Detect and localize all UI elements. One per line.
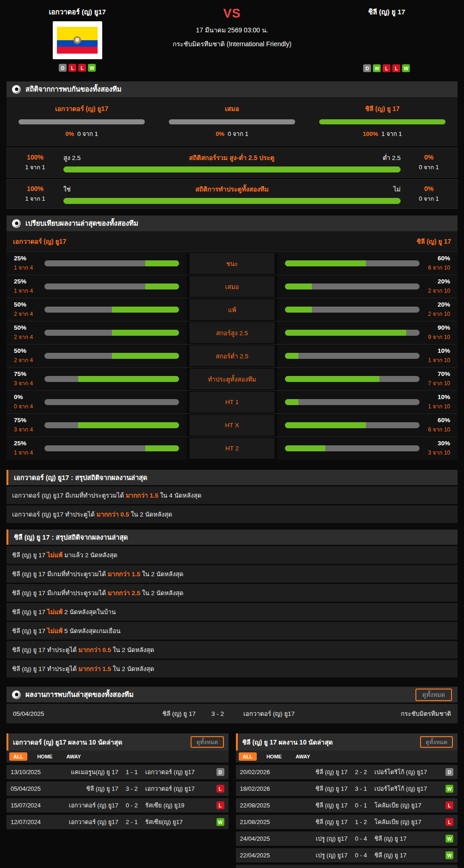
count-value: 1 จาก 1 xyxy=(381,130,402,137)
away-team: เอกวาดอร์ (ญ) ยู17 xyxy=(240,708,401,719)
match-row[interactable]: 21/08/2025 ชิลี (ญ) ยู 17 1 - 2 โคลัมเบี… xyxy=(236,815,458,829)
percent-value: 25% xyxy=(14,278,38,285)
table-title: ชิลี (ญ) ยู 17 ผลงาน 10 นัดล่าสุด xyxy=(242,737,420,747)
ecuador-flag-icon xyxy=(57,27,98,54)
match-date: 24/04/2025 xyxy=(240,835,278,842)
match-score: 0 - 4 xyxy=(349,835,372,842)
match-row[interactable]: 20/02/2026 ชิลี (ญ) ยู 17 2 - 2 เปอร์โตร… xyxy=(236,765,458,779)
summary-highlight: ไม่แพ้ xyxy=(47,628,62,634)
home-recent-header: เอกวาดอร์ (ญ) ยู17 ผลงาน 10 นัดล่าสุด ดู… xyxy=(6,733,229,751)
match-row[interactable]: 22/08/2025 ชิลี (ญ) ยู 17 0 - 1 โคลัมเบี… xyxy=(236,798,458,813)
away-side-numbers: 20% 2 จาก 10 xyxy=(426,301,450,318)
form-result-badge: W xyxy=(88,64,96,72)
h2h-result-rows: 05/04/2025 ชิลี (ญ) ยู 17 3 - 2 เอกวาดอร… xyxy=(6,704,458,723)
summary-text: เอกวาดอร์ (ญ) ยู17 มีเกมที่ทำประตูรวมได้ xyxy=(12,492,126,499)
match-row[interactable]: 18/02/2026 ชิลี (ญ) ยู 17 3 - 1 เปอร์โตร… xyxy=(236,782,458,796)
match-row[interactable]: 15/07/2024 เอกวาดอร์ (ญ) ยู17 0 - 2 รัสเ… xyxy=(6,798,229,813)
count-value: 2 จาก 10 xyxy=(426,309,450,318)
count-value: 1 จาก 4 xyxy=(14,286,38,295)
home-team: ชิลี (ญ) ยู 17 xyxy=(278,817,350,827)
comparison-away-side: 10% 1 จาก 10 xyxy=(278,391,458,413)
away-team: เอกวาดอร์ (ญ) ยู17 xyxy=(143,767,215,777)
percent-value: 0% xyxy=(14,394,38,400)
count-value: 1 จาก 4 xyxy=(14,448,38,457)
home-side-numbers: 25% 1 จาก 4 xyxy=(14,255,38,272)
comparison-away-team: ชิลี (ญ) ยู 17 xyxy=(416,236,451,246)
count-value: 3 จาก 4 xyxy=(14,379,38,388)
h2h-stats-header: สถิติจากการพบกันของทั้งสองทีม xyxy=(6,81,458,97)
comparison-rows: 25% 1 จาก 4 ชนะ 60% 6 จาก 10 xyxy=(6,252,458,460)
match-score: 3 - 1 xyxy=(349,785,372,792)
summary-text: ชิลี (ญ) ยู 17 มีเกมที่ทำประตูรวมได้ xyxy=(12,571,108,578)
view-all-button[interactable]: ดูทั้งหมด xyxy=(415,689,452,701)
summary-highlight: มากกว่า 0.5 xyxy=(96,511,129,518)
special-stat-middle: สูง 2.5 สถิติสกอร์รวม สูง-ต่ำ 2.5 ประตู … xyxy=(63,153,401,172)
match-row[interactable]: 13/10/2025 แคเมอรูน(ญ) ยู 17 1 - 1 เอกวา… xyxy=(6,765,229,779)
view-all-button[interactable]: ดูทั้งหมด xyxy=(191,736,223,748)
summary-highlight: มากกว่า 2.5 xyxy=(108,590,141,597)
match-row[interactable]: 24/04/2025 เปรู (ญ) ยู17 0 - 4 ชิลี (ญ) … xyxy=(236,831,458,846)
comparison-stat-label: ชนะ xyxy=(190,253,274,274)
match-score: 2 - 1 xyxy=(120,819,143,825)
away-side-numbers: 10% 1 จาก 10 xyxy=(426,347,450,364)
match-date: 05/04/2025 xyxy=(13,710,92,717)
table-title: เอกวาดอร์ (ญ) ยู17 ผลงาน 10 นัดล่าสุด xyxy=(13,737,191,747)
summary-text: ชิลี (ญ) ยู 17 มีเกมที่ทำประตูรวมได้ xyxy=(12,590,108,597)
comparison-away-side: 60% 6 จาก 10 xyxy=(278,414,458,437)
summary-highlight: มากกว่า 1.5 xyxy=(108,571,141,578)
percent-value: 75% xyxy=(14,417,38,424)
comparison-row: 50% 2 จาก 4 สกอร์สูง 2.5 90% 9 จาก 10 xyxy=(6,321,458,344)
home-progress-bar xyxy=(44,445,179,451)
match-date: 22/08/2025 xyxy=(240,802,278,809)
away-summary-section: ชิลี (ญ) ยู 17 : สรุปสถิติจากผลงานล่าสุด… xyxy=(6,529,458,677)
summary-text: ใน 2 นัดหลังสุด xyxy=(129,511,172,518)
percent-value: 0% xyxy=(401,185,457,192)
comparison-home-side: 75% 3 จาก 4 xyxy=(6,368,186,390)
home-team: ชิลี (ญ) ยู 17 xyxy=(278,800,350,810)
filter-tab[interactable]: HOME xyxy=(262,752,286,761)
filter-tab[interactable]: AWAY xyxy=(62,752,85,761)
summary-row: ชิลี (ญ) ยู 17 ไม่แพ้ 5 นัดหลังสุดเกมเยื… xyxy=(6,622,458,640)
count-value: 9 จาก 10 xyxy=(426,332,450,341)
home-team: เอกวาดอร์ (ญ) ยู17 xyxy=(49,817,120,827)
away-side-numbers: 60% 6 จาก 10 xyxy=(426,417,450,434)
away-progress-bar xyxy=(285,353,420,359)
football-icon xyxy=(12,690,21,699)
home-side-numbers: 25% 1 จาก 4 xyxy=(14,440,38,457)
form-result-badge: D xyxy=(363,64,371,72)
comparison-team-names: เอกวาดอร์ (ญ) ยู17 ชิลี (ญ) ยู 17 xyxy=(6,231,458,252)
section-title: สถิติจากการพบกันของทั้งสองทีม xyxy=(25,84,122,95)
form-result-badge: L xyxy=(68,64,76,72)
comparison-stat-label: HT 2 xyxy=(190,438,274,459)
percent-value: 0% xyxy=(216,130,224,137)
match-row[interactable]: 05/04/2025 ชิลี (ญ) ยู 17 3 - 2 เอกวาดอร… xyxy=(236,865,458,868)
result-badge: D xyxy=(217,768,224,776)
away-progress-bar xyxy=(285,399,420,405)
home-side-numbers: 25% 1 จาก 4 xyxy=(14,278,38,295)
filter-tab[interactable]: HOME xyxy=(33,752,56,761)
h2h-result-row[interactable]: 05/04/2025 ชิลี (ญ) ยู 17 3 - 2 เอกวาดอร… xyxy=(6,704,458,723)
match-row[interactable]: 22/04/2025 เปรู (ญ) ยู17 0 - 4 ชิลี (ญ) … xyxy=(236,848,458,862)
comparison-home-side: 50% 2 จาก 4 xyxy=(6,298,186,321)
count-value: 0 จาก 1 xyxy=(401,163,457,172)
h2h-bars-panel: เอกวาดอร์ (ญ) ยู17 0%0 จาก 1 เสมอ 0%0 จา… xyxy=(6,97,458,146)
summary-row: ชิลี (ญ) ยู 17 มีเกมที่ทำประตูรวมได้ มาก… xyxy=(6,584,458,602)
match-row[interactable]: 05/04/2025 ชิลี (ญ) ยู 17 3 - 2 เอกวาดอร… xyxy=(6,782,229,796)
match-score: 0 - 1 xyxy=(349,802,372,809)
result-badge: W xyxy=(217,818,224,826)
match-date: 15/07/2024 xyxy=(11,802,49,809)
filter-tab[interactable]: ALL xyxy=(9,752,27,761)
filter-tab[interactable]: ALL xyxy=(239,752,257,761)
filter-tab[interactable]: AWAY xyxy=(291,752,314,761)
summary-highlight: ไม่แพ้ xyxy=(47,552,62,559)
left-option-label: สูง 2.5 xyxy=(63,153,80,163)
home-team-flag xyxy=(53,21,102,59)
result-badge: L xyxy=(445,818,453,826)
home-summary-rows: เอกวาดอร์ (ญ) ยู17 มีเกมที่ทำประตูรวมได้… xyxy=(6,486,458,523)
match-row[interactable]: 12/07/2024 เอกวาดอร์ (ญ) ยู17 2 - 1 รัสเ… xyxy=(6,815,229,829)
h2h-bar-numbers: 100%1 จาก 1 xyxy=(319,129,445,139)
view-all-button[interactable]: ดูทั้งหมด xyxy=(420,736,453,748)
summary-text: ชิลี (ญ) ยู 17 ทำประตูได้ xyxy=(12,665,78,672)
comparison-away-side: 30% 3 จาก 10 xyxy=(278,437,458,460)
comparison-home-team: เอกวาดอร์ (ญ) ยู17 xyxy=(13,236,66,246)
